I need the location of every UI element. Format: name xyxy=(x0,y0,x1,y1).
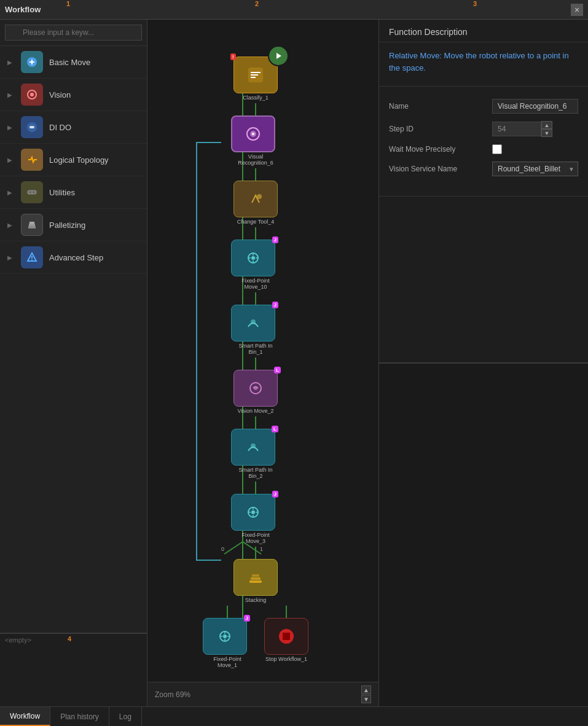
node-fixed-point-10[interactable]: J Fixed-Point Move_10 xyxy=(231,240,280,290)
node-label-fixed-point-3: Fixed-Point Move_3 xyxy=(231,532,280,544)
sidebar-label-utilities: Utilities xyxy=(49,188,75,197)
connector xyxy=(255,416,256,429)
wait-move-wrapper xyxy=(492,144,578,154)
sidebar-bottom-panel: 4 <empty> xyxy=(0,633,147,706)
zoom-label: Zoom 69% xyxy=(155,690,190,699)
form-row-step-id: Step ID ▲ ▼ xyxy=(389,121,578,137)
step-id-decrement[interactable]: ▼ xyxy=(541,129,552,137)
empty-label: <empty> xyxy=(0,634,147,646)
sidebar-item-vision[interactable]: ▶ Vision xyxy=(0,79,147,111)
section-marker-4: 4 xyxy=(68,635,71,642)
form-row-wait-move: Wait Move Precisely xyxy=(389,144,578,154)
function-description-header: Function Description xyxy=(379,20,588,42)
search-bar: 🔍 xyxy=(0,20,147,46)
node-smart-path-1[interactable]: J Smart Path In Bin_1 xyxy=(231,305,280,355)
zoom-controls[interactable]: ▲ ▼ xyxy=(361,685,371,703)
form-section: Name Step ID ▲ ▼ xyxy=(379,92,588,191)
node-fixed-point-1[interactable]: J Fixed-Point Move_1 xyxy=(203,618,252,668)
svg-rect-10 xyxy=(29,222,34,224)
error-badge-classify: ! xyxy=(230,53,236,60)
node-label-visual-recognition: Visual Recognition_6 xyxy=(231,154,280,166)
node-classify[interactable]: ! Classify_1 xyxy=(233,57,278,101)
node-stacking[interactable]: Stacking xyxy=(233,559,278,603)
connector xyxy=(255,357,256,370)
advanced-icon xyxy=(21,246,43,268)
bottom-tabs: Workflow Plan history Log xyxy=(0,706,588,726)
form-row-name: Name xyxy=(389,99,578,114)
section-marker-2: 2 xyxy=(255,0,259,7)
connector xyxy=(255,103,256,115)
sidebar-item-utilities[interactable]: ▶ Utilities xyxy=(0,176,147,209)
tab-workflow[interactable]: Workflow xyxy=(0,707,50,726)
step-id-wrapper: ▲ ▼ xyxy=(492,121,578,137)
step-id-input[interactable] xyxy=(492,122,541,136)
node-label-change-tool: Change Tool_4 xyxy=(233,219,278,225)
node-smart-path-2[interactable]: L Smart Path In Bin_2 xyxy=(231,429,280,479)
svg-point-13 xyxy=(31,259,33,260)
node-change-tool[interactable]: Change Tool_4 xyxy=(233,181,278,225)
sidebar-item-dido[interactable]: ▶ DI DO xyxy=(0,111,147,144)
divider-2 xyxy=(379,196,588,197)
node-label-stop-workflow: Stop Workflow_1 xyxy=(264,656,308,662)
svg-point-29 xyxy=(254,386,257,390)
sidebar-item-logical[interactable]: ▶ Logical Topology xyxy=(0,144,147,176)
dido-icon xyxy=(21,116,43,138)
vision-service-select[interactable]: Round_Steel_Billet Option2 Option3 xyxy=(492,162,578,176)
sidebar-label-palletizing: Palletizing xyxy=(49,221,85,230)
divider-1 xyxy=(379,86,588,87)
function-description-text: Relative Move: Move the robot relative t… xyxy=(379,42,588,81)
svg-rect-9 xyxy=(29,224,35,226)
node-stop-workflow[interactable]: Stop Workflow_1 xyxy=(264,618,308,662)
wait-move-checkbox[interactable] xyxy=(492,144,502,154)
node-visual-recognition[interactable]: Visual Recognition_6 xyxy=(231,115,280,166)
node-fixed-point-3[interactable]: J Fixed-Point Move_3 xyxy=(231,494,280,544)
name-input[interactable] xyxy=(492,99,578,114)
expand-arrow-palletizing: ▶ xyxy=(7,222,12,228)
section-marker-3: 3 xyxy=(473,0,477,7)
vision-icon xyxy=(21,84,43,106)
section-marker-1: 1 xyxy=(66,0,70,7)
canvas-area[interactable]: 0 1 ! Classify_1 xyxy=(147,20,379,706)
sidebar-label-advanced: Advanced Step xyxy=(49,253,103,262)
branch-row: J Fixed-Point Move_1 xyxy=(203,606,308,668)
sidebar-item-basic-move[interactable]: ▶ Basic Move xyxy=(0,46,147,79)
zoom-out-button[interactable]: ▼ xyxy=(361,695,371,703)
play-button[interactable] xyxy=(268,45,289,66)
expand-arrow-dido: ▶ xyxy=(7,124,12,131)
tab-plan-history[interactable]: Plan history xyxy=(50,707,109,726)
zoom-bar: Zoom 69% ▲ ▼ xyxy=(147,682,378,706)
step-id-spinner: ▲ ▼ xyxy=(541,121,552,137)
main-container: 🔍 ▶ Basic Move ▶ Vision ▶ DI DO xyxy=(0,20,588,706)
zoom-in-button[interactable]: ▲ xyxy=(361,685,371,694)
svg-rect-4 xyxy=(29,126,34,128)
svg-point-32 xyxy=(251,510,255,514)
search-input[interactable] xyxy=(5,25,142,41)
canvas-inner: 0 1 ! Classify_1 xyxy=(147,20,378,682)
node-vision-move[interactable]: L Vision Move_2 xyxy=(233,370,278,414)
expand-arrow-advanced: ▶ xyxy=(7,254,12,261)
connector xyxy=(255,482,256,494)
utilities-icon xyxy=(21,181,43,203)
branch-left: J Fixed-Point Move_1 xyxy=(203,606,252,668)
svg-marker-20 xyxy=(276,53,281,59)
badge-j-smart1: J xyxy=(272,302,278,308)
workflow-nodes: ! Classify_1 Visual Recognition_6 xyxy=(203,57,308,668)
node-label-fixed-point-10: Fixed-Point Move_10 xyxy=(231,278,280,290)
close-button[interactable]: × xyxy=(571,4,583,16)
sidebar-item-advanced[interactable]: ▶ Advanced Step xyxy=(0,241,147,274)
svg-point-7 xyxy=(33,191,35,193)
svg-point-27 xyxy=(251,319,256,324)
sidebar-item-palletizing[interactable]: ▶ Palletizing xyxy=(0,209,147,241)
sidebar-label-logical: Logical Topology xyxy=(49,155,109,165)
connector xyxy=(227,606,228,618)
wait-move-label: Wait Move Precisely xyxy=(389,145,487,154)
tab-log[interactable]: Log xyxy=(109,707,142,726)
badge-l-vision: L xyxy=(274,367,281,373)
svg-rect-33 xyxy=(249,580,262,583)
step-id-increment[interactable]: ▲ xyxy=(541,121,552,129)
connector xyxy=(255,292,256,305)
node-label-smart-path-2: Smart Path In Bin_2 xyxy=(231,467,280,479)
svg-point-6 xyxy=(29,191,31,193)
connector xyxy=(255,227,256,240)
window-title: Workflow xyxy=(5,5,41,14)
